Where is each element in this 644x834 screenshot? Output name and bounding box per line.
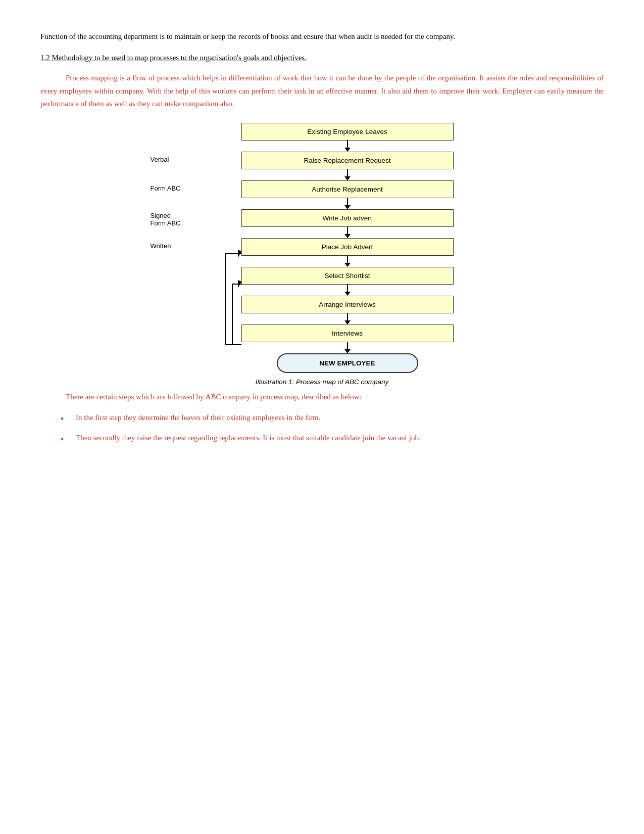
bullet-item-1: In the first step they determine the lea… — [61, 411, 604, 425]
box-place-job: Place Job Advert — [241, 238, 454, 256]
box-raise-replacement: Raise Replacement Request — [241, 152, 454, 169]
diagram-caption: Illustration 1: Process map of ABC compa… — [256, 378, 389, 386]
box-select-shortlist: Select Shortlist — [241, 267, 454, 285]
body-paragraph: Process mapping is a flow of process whi… — [40, 72, 604, 111]
following-paragraph: There are certain steps which are follow… — [40, 391, 604, 404]
flow-row-1: Existing Employee Leaves — [151, 123, 494, 141]
section-heading: 1.2 Methodology to be used to map proces… — [40, 52, 604, 64]
box-write-job: Write Job advert — [241, 209, 454, 227]
label-verbal: Verbal — [151, 156, 169, 164]
box-existing-employee: Existing Employee Leaves — [241, 123, 454, 141]
flow-row-3: Form ABC Authorise Replacement — [151, 180, 494, 198]
flow-row-8: Interviews — [151, 325, 494, 342]
arrow-4 — [241, 227, 454, 238]
arrow-1 — [241, 141, 454, 152]
diagram-container: Existing Employee Leaves Verbal Raise Re… — [40, 123, 604, 386]
page-content: Function of the accounting department is… — [40, 30, 604, 444]
intro-paragraph: Function of the accounting department is… — [40, 30, 604, 42]
flow-row-7: Arrange Interviews — [151, 296, 494, 313]
arrow-8 — [241, 342, 454, 353]
flow-row-6: Select Shortlist — [151, 267, 494, 285]
arrow-6 — [241, 285, 454, 296]
box-new-employee: NEW EMPLOYEE — [277, 353, 418, 373]
arrow-2 — [241, 169, 454, 180]
box-authorise: Authorise Replacement — [241, 180, 454, 198]
label-form-abc-1: Form ABC — [151, 184, 181, 193]
arrow-3 — [241, 198, 454, 209]
box-arrange-interviews: Arrange Interviews — [241, 296, 454, 313]
flow-row-5: Written Place Job Advert — [151, 238, 494, 256]
diagram-wrapper: Existing Employee Leaves Verbal Raise Re… — [151, 123, 494, 373]
box-interviews: Interviews — [241, 325, 454, 342]
label-written: Written — [151, 242, 171, 250]
flow-row-4: Signed Form ABC Write Job advert — [151, 209, 494, 227]
bullet-item-2: Then secondly they raise the request reg… — [61, 432, 604, 445]
label-signed-form: Signed Form ABC — [151, 212, 181, 227]
bullet-list: In the first step they determine the lea… — [40, 411, 604, 444]
arrow-5 — [241, 256, 454, 267]
flow-row-2: Verbal Raise Replacement Request — [151, 152, 494, 169]
arrow-7 — [241, 313, 454, 325]
